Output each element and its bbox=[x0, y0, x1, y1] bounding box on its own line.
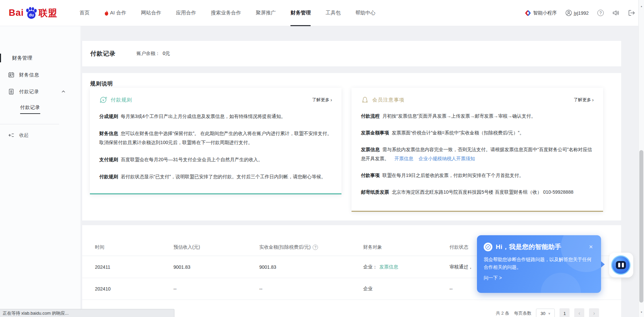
nav-right-cluster: 智能小程序 jyj1992 ? bbox=[525, 10, 635, 16]
sidebar: 财务管理 财务信息 付款记录 bbox=[0, 26, 80, 317]
nav-item-ai-cooperation[interactable]: AI 合作 bbox=[104, 0, 126, 26]
baidu-paw-icon: du bbox=[24, 7, 38, 19]
col-header-finance-object: 财务对象 bbox=[363, 239, 382, 256]
col-header-time: 时间 bbox=[95, 239, 104, 256]
column-help-icon[interactable]: ? bbox=[313, 245, 318, 250]
cell-time: 202411 bbox=[95, 256, 110, 278]
member-notes-more-link[interactable]: 了解更多› bbox=[574, 97, 594, 103]
assistant-popup-header: Hi，我是您的智能助手 ✕ bbox=[477, 235, 601, 251]
total-count: 共 2 条 bbox=[496, 310, 509, 316]
nav-item-help-center[interactable]: 帮助中心 bbox=[355, 0, 375, 26]
prev-page-button[interactable]: ‹ bbox=[574, 308, 584, 317]
cell-received: -- bbox=[259, 278, 262, 300]
invoice-info-table-link[interactable]: 发票信息 bbox=[379, 264, 398, 270]
col-header-received-amount: 实收金额(扣除税费后/元) ? bbox=[259, 239, 318, 256]
baidu-union-logo[interactable]: Bai du 联盟 bbox=[9, 7, 57, 19]
flame-icon bbox=[104, 10, 109, 16]
nav-item-toolkit[interactable]: 工具包 bbox=[325, 0, 340, 26]
cell-time: 202410 bbox=[95, 278, 111, 300]
logo-text-bai: Bai bbox=[9, 8, 24, 18]
finance-info-icon bbox=[8, 72, 14, 78]
logout-icon[interactable] bbox=[628, 10, 635, 16]
compass-icon bbox=[484, 243, 492, 251]
logo-text-union: 联盟 bbox=[39, 7, 57, 19]
browser-status-tooltip: 正在等待 xlab.baidu.com 的响应... bbox=[0, 309, 174, 317]
sidebar-collapse-button[interactable]: 收起 bbox=[8, 132, 29, 138]
rule-paragraph: 发票金额事项发票票面“价税合计”金额=系统中“实收金额（扣除税费后/元）”。 bbox=[361, 128, 594, 137]
sidebar-item-finance-info[interactable]: 财务信息 bbox=[8, 72, 39, 78]
chevron-right-icon: › bbox=[330, 97, 332, 103]
nav-item-home[interactable]: 首页 bbox=[79, 0, 90, 26]
payment-rules-card-title: 付款规则 bbox=[111, 97, 132, 103]
cell-finance-object: 企业： 发票信息 bbox=[363, 256, 398, 278]
status-text: 正在等待 xlab.baidu.com 的响应... bbox=[3, 310, 69, 316]
top-navigation: Bai du 联盟 首页 AI 合作 网站合作 bbox=[0, 0, 644, 26]
small-taxpayer-notice-link[interactable]: 企业小规模纳税人开票须知 bbox=[419, 156, 475, 161]
rule-paragraph: 邮寄纸质发票北京市海淀区西北旺东路10号院百度科技园5号楼 百度联盟财务组（收）… bbox=[361, 188, 594, 197]
help-icon[interactable]: ? bbox=[597, 10, 604, 16]
payment-record-icon bbox=[8, 88, 14, 95]
rule-paragraph: 支付规则百度联盟会在每月20号—31号支付企业会员上个自然月产生的收入。 bbox=[99, 155, 332, 164]
pagination: 共 2 条 每页条数 30 ∨ 1 ‹ › bbox=[496, 308, 599, 317]
chevron-right-icon: › bbox=[592, 97, 594, 103]
bell-icon bbox=[361, 96, 369, 104]
nav-item-screen-promotion[interactable]: 聚屏推广 bbox=[256, 0, 276, 26]
rule-paragraph: 付款事项联盟在每月19日之后签收的发票，付款时间安排在下个月首批支付。 bbox=[361, 171, 594, 180]
cell-payment-status: -- bbox=[449, 278, 452, 300]
mini-program-icon bbox=[525, 10, 531, 16]
scrollbar-thumb[interactable] bbox=[639, 150, 643, 303]
per-page-select[interactable]: 30 ∨ bbox=[536, 309, 555, 317]
assistant-body-text: 我会帮助您诊断合作链路问题，以及解答您关于任何合作相关的问题。 bbox=[477, 256, 601, 271]
scroll-up-arrow[interactable]: ▲ bbox=[639, 3, 644, 9]
rules-panel: 规则说明 ¥ 付款规则 了解更多› 分成规则每月第3或4个工作日产出上月分成信息… bbox=[82, 73, 621, 220]
assistant-popup: Hi，我是您的智能助手 ✕ 我会帮助您诊断合作链路问题，以及解答您关于任何合作相… bbox=[477, 235, 601, 293]
ask-now-link[interactable]: 问一下 > bbox=[477, 275, 601, 281]
rule-paragraph: 付款规则若付款状态显示“已支付”，说明联盟已安排了您的付款。支付后三个工作日内到… bbox=[99, 172, 332, 181]
account-balance-label: 账户余额： bbox=[137, 51, 160, 56]
sidebar-divider bbox=[0, 124, 59, 124]
sidebar-item-payment-record[interactable]: 付款记录 bbox=[8, 88, 39, 95]
col-header-estimated-income: 预估收入(元) bbox=[173, 239, 200, 256]
user-account[interactable]: jyj1992 bbox=[566, 10, 589, 16]
rule-paragraph: 分成规则每月第3或4个工作日产出上月分成信息及发票信息，如有特殊情况将提前通知。 bbox=[99, 112, 332, 121]
nav-item-app-cooperation[interactable]: 应用合作 bbox=[176, 0, 196, 26]
page-title: 付款记录 bbox=[90, 50, 116, 58]
main-nav: 首页 AI 合作 网站合作 应用合作 搜索业务合作 聚屏推广 财务管理 工具包 … bbox=[79, 0, 390, 26]
assistant-robot-button[interactable] bbox=[611, 255, 631, 275]
close-icon[interactable]: ✕ bbox=[587, 243, 594, 251]
user-icon bbox=[566, 10, 572, 16]
svg-text:¥: ¥ bbox=[102, 98, 104, 102]
chevron-down-icon: ∨ bbox=[548, 312, 550, 315]
col-header-payment-status: 付款状态 bbox=[449, 239, 468, 256]
cell-estimated: -- bbox=[173, 278, 176, 300]
scroll-down-arrow[interactable]: ▼ bbox=[639, 309, 644, 315]
invoice-info-link[interactable]: 开票信息 bbox=[394, 156, 413, 161]
rule-paragraph: 财务信息您可以在财务信息中选择“保留付款”。 在此期间您产生的收入将在账户内进行… bbox=[99, 129, 332, 147]
member-notes-card-header: 会员注意事项 了解更多› bbox=[361, 96, 594, 104]
cell-finance-object: 企业 bbox=[363, 278, 373, 300]
rule-paragraph: 付款流程月初按“发票信息”页面开具发票→上传发票→邮寄发票→审核→确认支付。 bbox=[361, 112, 594, 121]
collapse-icon bbox=[8, 132, 14, 138]
svg-text:du: du bbox=[29, 13, 34, 17]
chevron-up-icon[interactable] bbox=[61, 89, 66, 94]
vertical-scrollbar[interactable]: ▲ ▼ bbox=[638, 0, 644, 317]
nav-item-search-business[interactable]: 搜索业务合作 bbox=[211, 0, 241, 26]
sidebar-section-finance-management[interactable]: 财务管理 bbox=[12, 55, 32, 61]
nav-item-finance-management[interactable]: 财务管理 bbox=[290, 0, 311, 26]
assistant-title: Hi，我是您的智能助手 bbox=[496, 243, 561, 251]
sidebar-subitem-payment-record[interactable]: 付款记录 bbox=[20, 105, 40, 114]
per-page-label: 每页条数 bbox=[514, 310, 531, 316]
cell-estimated: 9001.83 bbox=[173, 256, 191, 278]
next-page-button[interactable]: › bbox=[589, 308, 599, 317]
page-number-button[interactable]: 1 bbox=[559, 308, 570, 317]
cell-received: 9001.83 bbox=[259, 256, 276, 278]
payment-rules-card-header: ¥ 付款规则 了解更多› bbox=[99, 96, 332, 104]
payment-rules-card: ¥ 付款规则 了解更多› 分成规则每月第3或4个工作日产出上月分成信息及发票信息… bbox=[90, 88, 341, 194]
cell-payment-status: 审核通过， bbox=[449, 256, 473, 278]
payment-rules-more-link[interactable]: 了解更多› bbox=[312, 97, 332, 103]
announcement-speaker-icon[interactable] bbox=[612, 10, 620, 16]
assistant-popup-arrow bbox=[601, 261, 605, 268]
nav-item-website-cooperation[interactable]: 网站合作 bbox=[141, 0, 161, 26]
payment-record-header-panel: 付款记录 账户余额：0元 bbox=[82, 41, 621, 66]
mini-program-entry[interactable]: 智能小程序 bbox=[525, 10, 557, 16]
